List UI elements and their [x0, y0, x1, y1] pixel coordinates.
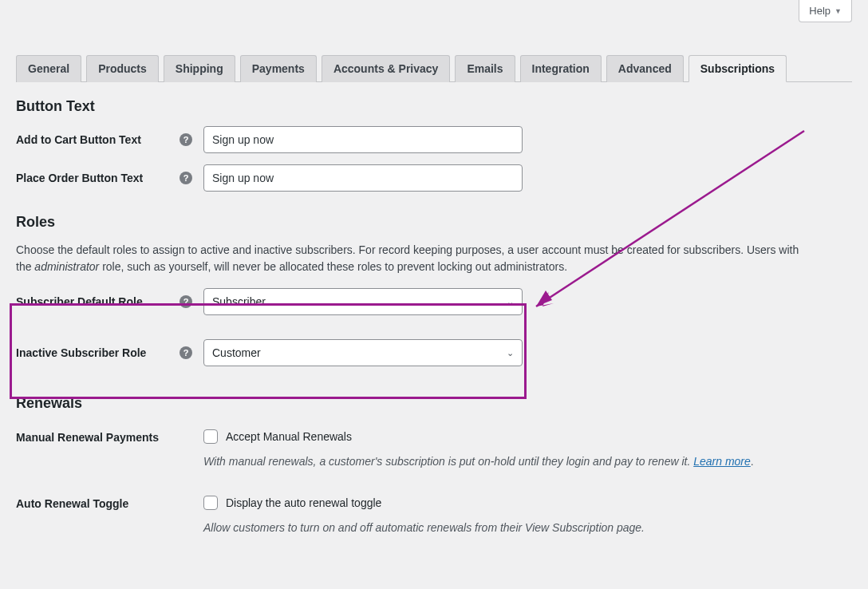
tab-emails[interactable]: Emails — [455, 55, 515, 82]
checkbox-label: Accept Manual Renewals — [226, 430, 352, 443]
subscriber-default-role-select[interactable]: Subscriber ⌄ — [203, 288, 523, 315]
tab-general[interactable]: General — [16, 55, 81, 82]
settings-tabs: General Products Shipping Payments Accou… — [16, 54, 852, 82]
checkbox-line: Display the auto renewal toggle — [203, 496, 852, 510]
row-auto-renewal-toggle: Auto Renewal Toggle Display the auto ren… — [16, 496, 852, 536]
help-tooltip-icon[interactable]: ? — [180, 172, 203, 184]
select-value: Customer — [212, 346, 261, 359]
tab-shipping[interactable]: Shipping — [164, 55, 235, 82]
row-add-to-cart-button-text: Add to Cart Button Text ? — [16, 126, 852, 153]
tab-accounts-privacy[interactable]: Accounts & Privacy — [322, 55, 451, 82]
settings-content: Button Text Add to Cart Button Text ? Pl… — [16, 84, 852, 536]
checkbox-line: Accept Manual Renewals — [203, 429, 852, 444]
help-tooltip-icon[interactable]: ? — [180, 346, 203, 359]
row-inactive-subscriber-role: Inactive Subscriber Role ? Customer ⌄ — [16, 339, 852, 366]
row-subscriber-default-role: Subscriber Default Role ? Subscriber ⌄ — [16, 288, 852, 315]
field-label: Inactive Subscriber Role — [16, 346, 180, 359]
tab-integration[interactable]: Integration — [520, 55, 602, 82]
field-label: Add to Cart Button Text — [16, 133, 180, 146]
row-place-order-button-text: Place Order Button Text ? — [16, 164, 852, 192]
place-order-button-text-input[interactable] — [203, 164, 523, 192]
caret-down-icon: ▼ — [834, 7, 842, 15]
tab-advanced[interactable]: Advanced — [606, 55, 684, 82]
section-heading-button-text: Button Text — [16, 98, 852, 115]
auto-renewal-toggle-checkbox[interactable] — [203, 496, 218, 510]
manual-renewals-checkbox[interactable] — [203, 429, 218, 444]
section-heading-renewals: Renewals — [16, 395, 852, 412]
learn-more-link[interactable]: Learn more — [693, 455, 751, 468]
select-value: Subscriber — [212, 295, 266, 308]
checkbox-label: Display the auto renewal toggle — [226, 496, 381, 509]
chevron-down-icon: ⌄ — [507, 348, 514, 358]
help-tooltip-icon[interactable]: ? — [180, 133, 203, 146]
tab-products[interactable]: Products — [86, 55, 159, 82]
add-to-cart-button-text-input[interactable] — [203, 126, 523, 153]
field-label: Place Order Button Text — [16, 172, 180, 184]
field-label: Manual Renewal Payments — [16, 429, 203, 444]
field-label: Subscriber Default Role — [16, 295, 180, 308]
help-dropdown-button[interactable]: Help ▼ — [799, 0, 852, 22]
chevron-down-icon: ⌄ — [507, 297, 514, 307]
field-label: Auto Renewal Toggle — [16, 496, 203, 510]
tab-subscriptions[interactable]: Subscriptions — [688, 55, 787, 82]
help-tooltip-icon[interactable]: ? — [180, 295, 203, 308]
manual-renewals-description: With manual renewals, a customer's subsc… — [203, 453, 852, 470]
section-heading-roles: Roles — [16, 214, 852, 231]
help-button-label: Help — [809, 5, 831, 17]
row-manual-renewals: Manual Renewal Payments Accept Manual Re… — [16, 429, 852, 470]
tab-payments[interactable]: Payments — [240, 55, 317, 82]
auto-renewal-description: Allow customers to turn on and off autom… — [203, 520, 852, 536]
roles-description: Choose the default roles to assign to ac… — [16, 242, 814, 275]
inactive-subscriber-role-select[interactable]: Customer ⌄ — [203, 339, 523, 366]
